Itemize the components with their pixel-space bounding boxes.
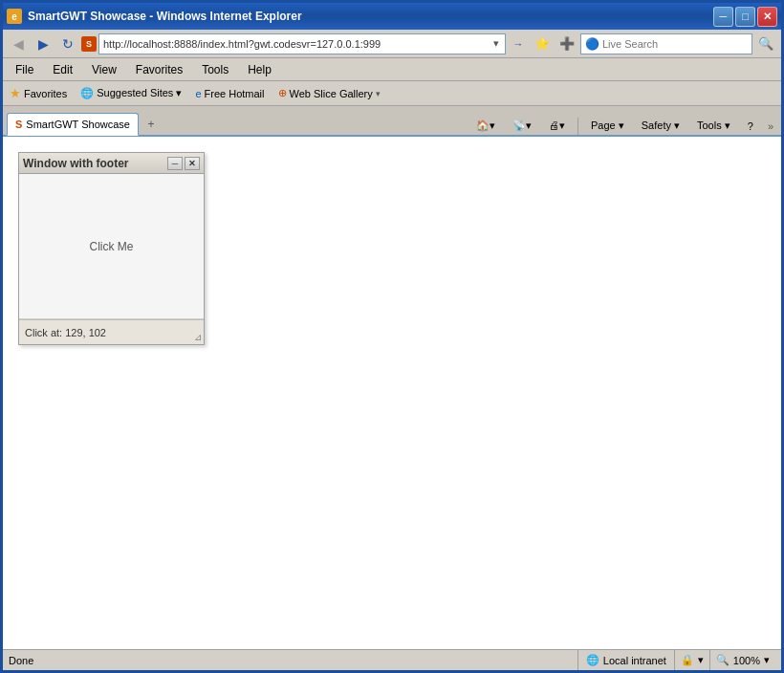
add-to-favorites-icon[interactable]: ➕ — [555, 33, 578, 54]
minimize-button[interactable]: ─ — [713, 7, 733, 27]
url-dropdown[interactable]: ▾ — [491, 37, 501, 50]
menu-edit[interactable]: Edit — [44, 60, 81, 79]
content-area: Window with footer ─ ✕ Click Me Click at… — [3, 137, 781, 649]
tab-more-button[interactable]: » — [764, 119, 777, 134]
url-text: http://localhost:8888/index.html?gwt.cod… — [103, 38, 491, 50]
free-hotmail[interactable]: e Free Hotmail — [192, 87, 267, 100]
tab-bar: S SmartGWT Showcase + 🏠▾ 📡▾ 🖨▾ Page ▾ Sa… — [3, 106, 781, 137]
title-bar: e SmartGWT Showcase - Windows Internet E… — [3, 3, 781, 30]
tab-favicon: S — [15, 119, 22, 130]
rss-button[interactable]: 📡▾ — [506, 117, 538, 135]
favorites-label: Favorites — [24, 88, 67, 99]
favorites-bar: ★ Favorites 🌐 Suggested Sites ▾ e Free H… — [3, 81, 781, 106]
tools-button[interactable]: Tools ▾ — [690, 117, 737, 135]
page-favicon: S — [81, 36, 97, 52]
tab-smartgwt[interactable]: S SmartGWT Showcase — [7, 113, 139, 136]
status-security: 🔒 ▾ — [674, 650, 709, 670]
maximize-button[interactable]: □ — [735, 7, 755, 27]
click-me-button[interactable]: Click Me — [89, 240, 133, 253]
security-dropdown[interactable]: ▾ — [698, 654, 704, 666]
web-slice-gallery[interactable]: ⊕ Web Slice Gallery ▾ — [275, 86, 383, 100]
menu-bar: File Edit View Favorites Tools Help — [3, 58, 781, 81]
browser-icon: e — [7, 9, 22, 24]
resize-handle[interactable]: ⊿ — [194, 332, 202, 342]
zoom-icon: 🔍 — [716, 654, 730, 666]
refresh-button[interactable]: ↻ — [56, 33, 79, 54]
favorites-button[interactable]: ★ Favorites — [7, 85, 70, 101]
suggested-icon: 🌐 — [80, 87, 94, 99]
browser-window: e SmartGWT Showcase - Windows Internet E… — [0, 0, 784, 673]
title-bar-text: SmartGWT Showcase - Windows Internet Exp… — [28, 10, 713, 23]
navigation-bar: ◀ ▶ ↻ S http://localhost:8888/index.html… — [3, 30, 781, 58]
go-button[interactable]: → — [508, 33, 529, 54]
tab-label: SmartGWT Showcase — [26, 119, 130, 130]
safety-button[interactable]: Safety ▾ — [635, 117, 686, 135]
suggested-label: Suggested Sites ▾ — [97, 87, 182, 99]
zone-label: Local intranet — [603, 655, 666, 666]
zone-icon: 🌐 — [586, 654, 599, 666]
search-icon: 🔵 — [585, 37, 599, 51]
status-zone: 🌐 Local intranet — [577, 650, 674, 670]
favorites-star-icon: ★ — [10, 86, 21, 100]
forward-button[interactable]: ▶ — [32, 33, 54, 54]
suggested-sites[interactable]: 🌐 Suggested Sites ▾ — [77, 86, 185, 100]
webslice-label: Web Slice Gallery — [290, 88, 373, 99]
search-button[interactable]: 🔍 — [754, 33, 777, 54]
webslice-icon: ⊕ — [278, 87, 287, 99]
home-button[interactable]: 🏠▾ — [469, 117, 502, 135]
webslice-arrow: ▾ — [376, 89, 381, 98]
menu-help[interactable]: Help — [239, 60, 280, 79]
window-header: Window with footer ─ ✕ — [19, 153, 204, 174]
search-input[interactable] — [602, 38, 748, 50]
address-bar[interactable]: http://localhost:8888/index.html?gwt.cod… — [98, 33, 506, 54]
sgwt-window: Window with footer ─ ✕ Click Me Click at… — [18, 152, 205, 345]
favorites-icon[interactable]: ⭐ — [531, 33, 554, 54]
back-button[interactable]: ◀ — [7, 33, 30, 54]
window-title: Window with footer — [23, 157, 165, 170]
hotmail-icon: e — [195, 88, 201, 99]
title-bar-buttons: ─ □ ✕ — [713, 7, 777, 27]
menu-tools[interactable]: Tools — [193, 60, 237, 79]
zoom-dropdown[interactable]: ▾ — [764, 654, 770, 666]
window-close-button[interactable]: ✕ — [185, 157, 200, 170]
separator — [577, 118, 578, 135]
hotmail-label: Free Hotmail — [205, 88, 265, 99]
tab-controls: 🏠▾ 📡▾ 🖨▾ Page ▾ Safety ▾ Tools ▾ ? » — [469, 117, 777, 135]
new-tab-button[interactable]: + — [141, 114, 162, 135]
status-zoom[interactable]: 🔍 100% ▾ — [709, 650, 775, 670]
window-minimize-button[interactable]: ─ — [167, 157, 183, 170]
window-footer: Click at: 129, 102 ⊿ — [19, 319, 204, 344]
status-text: Done — [9, 655, 577, 666]
close-button[interactable]: ✕ — [757, 7, 777, 27]
print-button[interactable]: 🖨▾ — [542, 117, 572, 135]
menu-view[interactable]: View — [83, 60, 125, 79]
page-button[interactable]: Page ▾ — [584, 117, 631, 135]
help-button[interactable]: ? — [741, 118, 760, 135]
footer-text: Click at: 129, 102 — [25, 327, 106, 338]
security-icon: 🔒 — [681, 654, 694, 666]
zoom-level: 100% — [733, 655, 760, 666]
search-box[interactable]: 🔵 — [580, 33, 752, 54]
window-body[interactable]: Click Me — [19, 174, 204, 319]
menu-file[interactable]: File — [7, 60, 42, 79]
menu-favorites[interactable]: Favorites — [127, 60, 191, 79]
status-bar: Done 🌐 Local intranet 🔒 ▾ 🔍 100% ▾ — [3, 649, 781, 670]
